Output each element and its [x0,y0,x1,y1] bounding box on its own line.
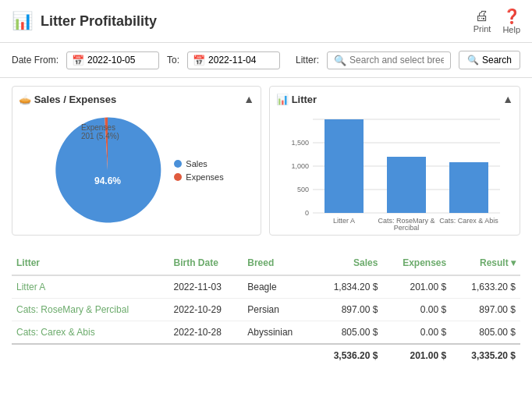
date-to-input-wrap[interactable]: 📅 [187,51,280,69]
bar-chart-icon2: 📊 [276,94,289,105]
col-sales: Sales [314,251,383,275]
expenses-annotation-label: Expenses [81,123,119,132]
birth-date-3: 2022-10-28 [168,321,243,345]
print-button[interactable]: 🖨 Print [473,8,491,34]
table-row: Cats: Carex & Abis 2022-10-28 Abyssinian… [12,321,520,345]
date-from-input[interactable] [87,55,154,66]
legend-expenses-label: Expenses [186,172,223,182]
result-2: 897.00 $ [451,299,520,321]
breed-2: Persian [243,299,313,321]
svg-text:500: 500 [297,186,309,193]
calendar-from-icon: 📅 [72,55,84,66]
header-right: 🖨 Print ❓ Help [473,8,520,34]
charts-row: 🥧 Sales / Expenses ▲ Expenses 201 (5.4%)… [0,78,532,243]
table-row: Litter A 2022-11-03 Beagle 1,834.20 $ 20… [12,275,520,299]
total-sales: 3,536.20 $ [314,344,383,367]
search-btn-label: Search [482,55,512,66]
pie-chart-container: Expenses 201 (5.4%) 94.6% Sales Expenses [19,112,254,229]
breed-1: Beagle [243,275,313,299]
animal-search-icon: 🔍 [334,55,346,66]
table-body: Litter A 2022-11-03 Beagle 1,834.20 $ 20… [12,275,520,367]
litter-chart-title: 📊 Litter [276,94,317,105]
col-breed: Breed [243,251,313,275]
sales-expenses-collapse-btn[interactable]: ▲ [243,93,254,105]
birth-date-1: 2022-11-03 [168,275,243,299]
sales-3: 805.00 $ [314,321,383,345]
print-icon: 🖨 [475,8,489,24]
col-result[interactable]: Result ▾ [451,251,520,275]
svg-text:1,500: 1,500 [291,139,309,147]
svg-text:1,000: 1,000 [291,162,309,170]
date-from-label: Date From: [12,55,59,66]
expenses-1: 201.00 $ [382,275,451,299]
expenses-2: 0.00 $ [382,299,451,321]
breed-3: Abyssinian [243,321,313,345]
birth-date-2: 2022-10-29 [168,299,243,321]
help-button[interactable]: ❓ Help [502,8,520,34]
total-label [12,344,314,367]
litter-collapse-btn[interactable]: ▲ [502,93,513,105]
help-icon: ❓ [503,8,520,25]
print-label: Print [473,24,491,34]
totals-row: 3,536.20 $ 201.00 $ 3,335.20 $ [12,344,520,367]
bar-litter-a [325,119,364,213]
result-1: 1,633.20 $ [451,275,520,299]
bar-chart-container: 0 500 1,000 1,500 Litter A Cats: RoseMar… [276,112,513,229]
bar-chart-icon: 📊 [12,11,33,31]
legend-sales: Sales [174,159,223,168]
search-btn-icon: 🔍 [467,55,479,66]
legend-expenses: Expenses [174,172,223,182]
litter-link-1[interactable]: Litter A [12,275,168,299]
app-header: 📊 Litter Profitability 🖨 Print ❓ Help [0,0,532,43]
pie-legend: Sales Expenses [174,159,223,182]
date-to-input[interactable] [208,55,275,66]
litter-link-3[interactable]: Cats: Carex & Abis [12,321,168,345]
animal-search-wrap[interactable]: 🔍 [327,51,451,69]
litter-chart-header: 📊 Litter ▲ [276,93,513,105]
bar-cats-rosemary [387,157,426,213]
legend-expenses-dot [174,173,182,181]
sales-expenses-header: 🥧 Sales / Expenses ▲ [19,93,254,105]
svg-text:Percibal: Percibal [394,224,420,232]
page-title: Litter Profitability [41,13,157,30]
calendar-to-icon: 📅 [193,55,205,66]
table-head: Litter Birth Date Breed Sales Expenses R… [12,251,520,275]
search-button[interactable]: 🔍 Search [459,51,520,69]
header-left: 📊 Litter Profitability [12,11,157,31]
date-from-input-wrap[interactable]: 📅 [66,51,159,69]
table-header-row: Litter Birth Date Breed Sales Expenses R… [12,251,520,275]
total-result: 3,335.20 $ [451,344,520,367]
legend-sales-label: Sales [186,159,207,168]
legend-sales-dot [174,160,182,168]
col-birth-date: Birth Date [168,251,243,275]
bar-chart-svg: 0 500 1,000 1,500 Litter A Cats: RoseMar… [280,112,509,236]
svg-text:Litter A: Litter A [333,217,355,225]
sales-2: 897.00 $ [314,299,383,321]
table-row: Cats: RoseMary & Percibal 2022-10-29 Per… [12,299,520,321]
svg-text:0: 0 [305,209,309,217]
total-expenses: 201.00 $ [382,344,451,367]
expenses-3: 0.00 $ [382,321,451,345]
litter-filter-label: Litter: [296,55,319,66]
date-to-label: To: [167,55,179,66]
filter-bar: Date From: 📅 To: 📅 Litter: 🔍 🔍 Search [0,43,532,78]
svg-text:Cats: Carex & Abis: Cats: Carex & Abis [439,217,498,225]
result-3: 805.00 $ [451,321,520,345]
sales-expenses-title: 🥧 Sales / Expenses [19,94,116,105]
expenses-annotation-value: 201 (5.4%) [81,132,119,140]
litter-link-2[interactable]: Cats: RoseMary & Percibal [12,299,168,321]
animal-search-input[interactable] [349,55,444,66]
sales-expenses-panel: 🥧 Sales / Expenses ▲ Expenses 201 (5.4%)… [12,86,261,236]
pie-chart-icon: 🥧 [19,94,31,105]
col-expenses: Expenses [382,251,451,275]
expenses-annotation: Expenses 201 (5.4%) [81,123,119,140]
sales-1: 1,834.20 $ [314,275,383,299]
svg-text:94.6%: 94.6% [94,175,121,186]
table-section: Litter Birth Date Breed Sales Expenses R… [0,243,532,374]
col-litter: Litter [12,251,168,275]
bar-cats-carex [449,162,488,213]
litter-chart-panel: 📊 Litter ▲ 0 500 1,000 1,500 [269,86,520,236]
help-label: Help [502,25,520,34]
results-table: Litter Birth Date Breed Sales Expenses R… [12,251,520,367]
